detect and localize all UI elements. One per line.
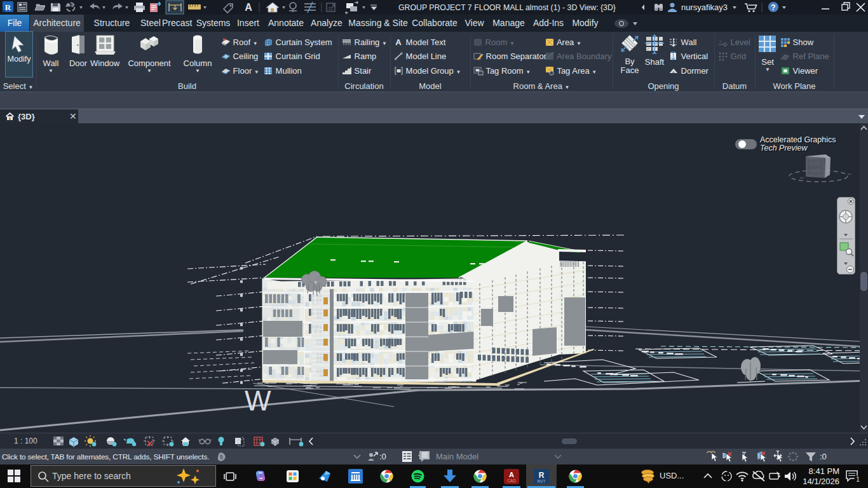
svg-text:W: W <box>245 385 271 416</box>
svg-text:A: A <box>395 37 402 47</box>
svg-text:RVT: RVT <box>538 479 546 484</box>
svg-text:CAD: CAD <box>507 478 516 483</box>
svg-text:1: 1 <box>856 476 860 483</box>
svg-text:A: A <box>509 471 514 478</box>
svg-text:A: A <box>245 2 252 13</box>
svg-text:1: 1 <box>719 39 722 43</box>
svg-text:nursyafikay3: nursyafikay3 <box>681 3 728 12</box>
svg-text:R: R <box>5 3 11 12</box>
svg-text:?: ? <box>771 3 775 12</box>
svg-text:LEFT: LEFT <box>809 165 822 170</box>
